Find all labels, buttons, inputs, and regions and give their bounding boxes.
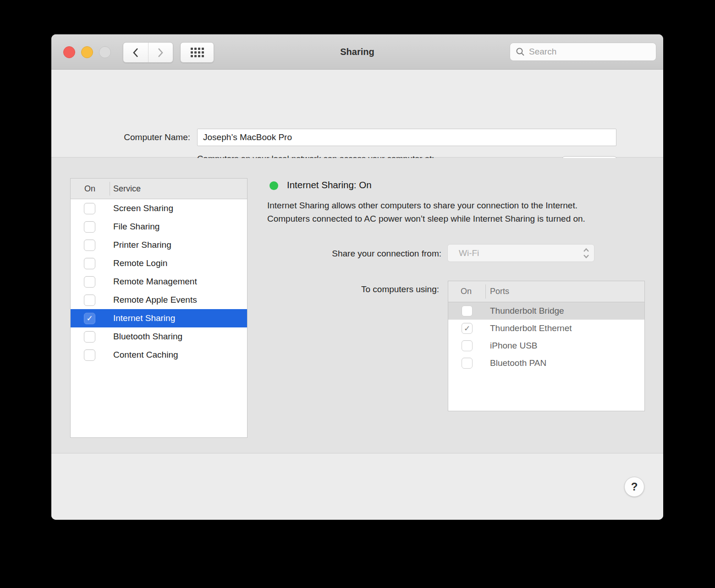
- checkbox-unchecked[interactable]: [462, 358, 473, 369]
- column-divider: [110, 182, 110, 196]
- popup-stepper-icon: [583, 247, 590, 259]
- service-row[interactable]: File Sharing: [71, 218, 247, 236]
- search-icon: [516, 47, 525, 56]
- port-label: iPhone USB: [490, 341, 538, 351]
- ports-table-body: Thunderbolt Bridge✓Thunderbolt Etherneti…: [448, 302, 644, 372]
- computer-name-input[interactable]: [197, 129, 616, 146]
- services-table-body: Screen SharingFile SharingPrinter Sharin…: [71, 199, 247, 364]
- services-table: On Service Screen SharingFile SharingPri…: [70, 178, 248, 438]
- service-label: Screen Sharing: [113, 203, 173, 213]
- port-row[interactable]: iPhone USB: [448, 337, 644, 354]
- main-section: On Service Screen SharingFile SharingPri…: [51, 158, 663, 453]
- port-label: Bluetooth PAN: [490, 358, 546, 368]
- checkbox-unchecked[interactable]: [84, 258, 95, 269]
- checkbox-unchecked[interactable]: [84, 349, 95, 361]
- column-divider: [485, 284, 486, 299]
- checkbox-unchecked[interactable]: [84, 203, 95, 214]
- checkbox-unchecked[interactable]: [462, 340, 473, 351]
- status-green-dot-icon: [270, 181, 278, 190]
- search-input[interactable]: [529, 47, 650, 57]
- port-row[interactable]: Bluetooth PAN: [448, 354, 644, 372]
- service-row[interactable]: Remote Management: [71, 272, 247, 291]
- checkbox-unchecked[interactable]: [84, 221, 95, 233]
- ports-column-ports: Ports: [490, 287, 509, 296]
- services-column-service: Service: [113, 184, 141, 194]
- ports-table-header: On Ports: [448, 281, 644, 302]
- titlebar: Sharing: [51, 34, 663, 70]
- checkbox-checked[interactable]: ✓: [462, 323, 473, 334]
- ports-table: On Ports Thunderbolt Bridge✓Thunderbolt …: [448, 281, 645, 411]
- service-row[interactable]: Remote Login: [71, 254, 247, 272]
- checkbox-unchecked[interactable]: [84, 240, 95, 251]
- checkbox-unchecked[interactable]: [84, 276, 95, 288]
- service-label: Remote Apple Events: [113, 295, 197, 305]
- checkbox-unchecked[interactable]: [462, 305, 473, 316]
- service-label: Printer Sharing: [113, 240, 171, 250]
- computer-name-section: Computer Name: Computers on your local n…: [51, 70, 663, 158]
- to-computers-label: To computers using:: [361, 280, 439, 299]
- port-row[interactable]: Thunderbolt Bridge: [448, 302, 644, 320]
- internet-sharing-description: Internet Sharing allows other computers …: [267, 199, 622, 225]
- service-label: Content Caching: [113, 350, 178, 360]
- port-row[interactable]: ✓Thunderbolt Ethernet: [448, 320, 644, 337]
- computer-name-label: Computer Name:: [124, 129, 190, 146]
- checkbox-unchecked[interactable]: [84, 331, 95, 343]
- service-label: Internet Sharing: [113, 313, 175, 323]
- service-label: Bluetooth Sharing: [113, 332, 182, 342]
- service-label: Remote Login: [113, 258, 167, 268]
- share-from-popup[interactable]: Wi-Fi: [447, 244, 594, 262]
- port-label: Thunderbolt Ethernet: [490, 323, 572, 333]
- bottom-section: ?: [51, 454, 663, 520]
- help-button[interactable]: ?: [624, 477, 644, 497]
- service-row[interactable]: Remote Apple Events: [71, 291, 247, 309]
- service-row[interactable]: Printer Sharing: [71, 236, 247, 254]
- service-label: File Sharing: [113, 222, 160, 232]
- service-label: Remote Management: [113, 277, 197, 287]
- checkbox-unchecked[interactable]: [84, 294, 95, 306]
- share-from-label: Share your connection from:: [332, 245, 441, 262]
- service-row[interactable]: Bluetooth Sharing: [71, 327, 247, 346]
- checkbox-checked[interactable]: ✓: [84, 313, 95, 324]
- services-column-on: On: [84, 184, 95, 194]
- help-icon: ?: [631, 480, 638, 493]
- service-row[interactable]: Content Caching: [71, 346, 247, 364]
- sharing-preferences-window: Sharing Computer Name: Computers on your…: [51, 34, 663, 520]
- service-row[interactable]: Screen Sharing: [71, 199, 247, 218]
- search-field[interactable]: [510, 43, 656, 61]
- internet-sharing-status-title: Internet Sharing: On: [287, 180, 372, 191]
- share-from-value: Wi-Fi: [459, 248, 479, 258]
- ports-column-on: On: [461, 287, 472, 296]
- services-table-header: On Service: [71, 179, 247, 199]
- service-row[interactable]: ✓Internet Sharing: [71, 309, 247, 327]
- port-label: Thunderbolt Bridge: [490, 306, 564, 316]
